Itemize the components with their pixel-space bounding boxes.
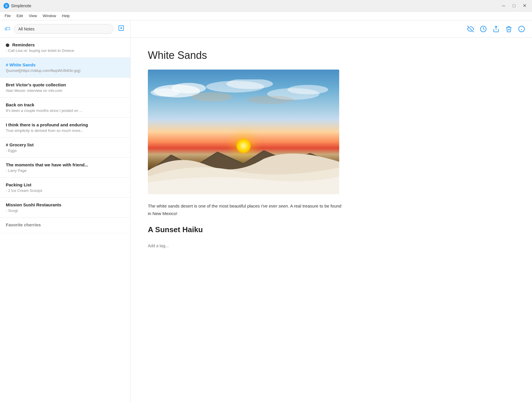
info-icon[interactable] (518, 26, 525, 32)
share-icon[interactable] (493, 26, 500, 32)
note-title: # White Sands (6, 62, 124, 67)
maximize-button[interactable]: □ (510, 2, 518, 10)
menu-bar: File Edit View Window Help (0, 12, 532, 20)
note-title: Mission Sushi Restaurants (6, 202, 124, 207)
note-item-profound[interactable]: I think there is a profound and enduring… (0, 118, 130, 138)
note-item-back-on-track[interactable]: Back on track It's been a couple months … (0, 98, 130, 118)
note-preview: Alan Moore: interview on mtv.com (6, 88, 124, 93)
editor-body-text: The white sands desert is one of the mos… (148, 202, 345, 217)
menu-window[interactable]: Window (40, 12, 58, 19)
tag-icon[interactable]: 🏷 (5, 26, 10, 32)
notes-list: Reminders - Call Lisa re: buying our tic… (0, 38, 130, 402)
note-title: Favorite cherries (6, 222, 124, 227)
history-icon[interactable] (480, 26, 487, 32)
main-content: 🏷 Reminders - Call Lisa re: buying our t… (0, 20, 532, 402)
note-item-mission-sushi[interactable]: Mission Sushi Restaurants - Suogi (0, 198, 130, 218)
editor-toolbar (130, 20, 532, 38)
note-item-bret-victor[interactable]: Bret Victor's quote collection Alan Moor… (0, 78, 130, 98)
menu-help[interactable]: Help (60, 12, 72, 19)
note-item-favorite-cherries[interactable]: Favorite cherries (0, 218, 130, 233)
window-controls: ─ □ ✕ (500, 2, 529, 10)
note-image (148, 70, 339, 194)
tag-input[interactable] (148, 243, 199, 248)
menu-view[interactable]: View (26, 12, 39, 19)
note-title: Packing List (6, 182, 124, 187)
app-name: Simplenote (11, 3, 31, 8)
minimize-button[interactable]: ─ (500, 2, 508, 10)
title-bar: S Simplenote ─ □ ✕ (0, 0, 532, 12)
menu-file[interactable]: File (2, 12, 13, 19)
note-item-moments[interactable]: The moments that we have with friend... … (0, 158, 130, 178)
note-title: I think there is a profound and enduring (6, 122, 124, 127)
note-preview: - 2 Ice Cream Scoops (6, 188, 124, 193)
delete-icon[interactable] (505, 26, 512, 32)
new-note-button[interactable] (117, 24, 126, 34)
svg-point-17 (247, 96, 293, 104)
svg-point-11 (151, 88, 180, 97)
sidebar: 🏷 Reminders - Call Lisa re: buying our t… (0, 20, 130, 402)
editor-heading2: A Sunset Haiku (148, 225, 515, 234)
note-item-grocery[interactable]: # Grocery list - Eggs (0, 138, 130, 158)
dunes-svg (148, 147, 339, 194)
app-logo: S Simplenote (3, 3, 31, 9)
note-title: Reminders (6, 42, 124, 47)
preview-icon[interactable] (467, 26, 474, 32)
search-input[interactable] (14, 24, 113, 34)
note-preview: ![sunset](https://cldup.com/9wpWU84l3n.j… (6, 68, 124, 73)
editor-content[interactable]: White Sands (130, 38, 532, 402)
note-preview: - Eggs (6, 148, 124, 153)
note-title: # Grocery list (6, 142, 124, 147)
note-preview: - Suogi (6, 208, 124, 213)
svg-point-15 (288, 85, 328, 94)
note-preview: True simplicity is derived from so much … (6, 128, 124, 133)
note-preview: - Larry Page (6, 168, 124, 173)
editor: White Sands (130, 20, 532, 402)
note-item-reminders[interactable]: Reminders - Call Lisa re: buying our tic… (0, 38, 130, 58)
note-title: Bret Victor's quote collection (6, 82, 124, 87)
sidebar-header: 🏷 (0, 20, 130, 38)
note-title: The moments that we have with friend... (6, 162, 124, 167)
note-editor-title: White Sands (148, 49, 515, 61)
note-title: Back on track (6, 102, 124, 107)
radio-dot (6, 43, 9, 47)
note-item-packing[interactable]: Packing List - 2 Ice Cream Scoops (0, 178, 130, 198)
logo-icon: S (3, 3, 9, 9)
note-preview: It's been a couple months since I posted… (6, 108, 124, 113)
note-item-white-sands[interactable]: # White Sands ![sunset](https://cldup.co… (0, 58, 130, 78)
close-button[interactable]: ✕ (520, 2, 529, 10)
note-preview: - Call Lisa re: buying our ticket to Gre… (6, 48, 124, 53)
menu-edit[interactable]: Edit (14, 12, 25, 19)
svg-point-16 (191, 92, 232, 102)
clouds-svg (148, 79, 339, 123)
